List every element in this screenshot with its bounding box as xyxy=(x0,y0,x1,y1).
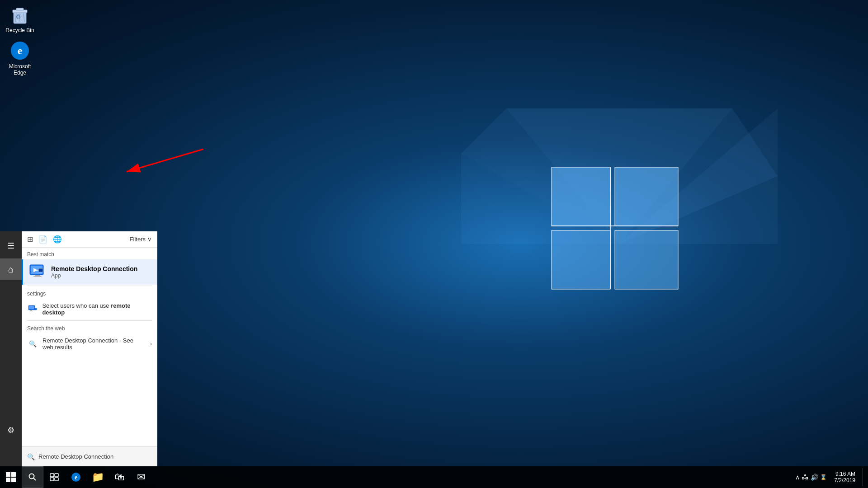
svg-rect-30 xyxy=(34,308,37,310)
taskbar-store-icon[interactable]: 🛍 xyxy=(108,466,130,488)
edge-label: Microsoft Edge xyxy=(4,63,36,76)
filters-button[interactable]: Filters ∨ xyxy=(130,236,152,243)
sidebar-hamburger[interactable]: ☰ xyxy=(0,235,22,257)
taskbar-search-button[interactable] xyxy=(22,466,43,488)
windows-logo xyxy=(461,108,778,380)
svg-rect-34 xyxy=(11,472,16,477)
svg-rect-42 xyxy=(55,478,58,481)
desktop: ♻ Recycle Bin e Microsoft Edge ☰ ⌂ ⚙ ⊞ 📄… xyxy=(0,0,868,488)
clock-time: 9:16 AM xyxy=(835,471,855,477)
svg-line-38 xyxy=(33,478,36,480)
svg-rect-33 xyxy=(6,472,10,477)
rdc-app-icon: ▶◀ xyxy=(28,263,47,281)
svg-rect-23 xyxy=(33,276,42,277)
taskbar-task-view[interactable] xyxy=(43,466,65,488)
taskbar: e 📁 🛍 ✉ ∧ 🖧 🔊 ⌛ 9:16 AM xyxy=(0,466,868,488)
svg-point-37 xyxy=(29,474,34,479)
best-match-text: Remote Desktop Connection App xyxy=(51,265,137,279)
svg-rect-41 xyxy=(50,478,54,481)
recycle-bin-icon[interactable]: ♻ Recycle Bin xyxy=(2,2,38,35)
search-panel-top: ⊞ 📄 🌐 Filters ∨ xyxy=(22,231,157,248)
svg-rect-27 xyxy=(29,306,34,309)
search-input-bar: 🔍 xyxy=(22,446,157,466)
taskbar-clock[interactable]: 9:16 AM 7/2/2019 xyxy=(830,471,859,483)
top-icon-apps[interactable]: ⊞ xyxy=(27,235,33,244)
svg-rect-22 xyxy=(35,275,40,276)
best-match-header: Best match xyxy=(22,248,157,259)
top-icon-docs[interactable]: 📄 xyxy=(38,235,47,244)
top-icon-web[interactable]: 🌐 xyxy=(53,235,62,244)
taskbar-mail-icon[interactable]: ✉ xyxy=(130,466,152,488)
settings-item-text: Select users who can use remote desktop xyxy=(42,302,152,316)
clock-date: 7/2/2019 xyxy=(834,477,855,483)
taskbar-right: ∧ 🖧 🔊 ⌛ 9:16 AM 7/2/2019 xyxy=(795,468,868,486)
best-match-subtitle: App xyxy=(51,272,137,279)
web-header: Search the web xyxy=(22,322,157,333)
svg-rect-40 xyxy=(55,474,58,477)
web-search-icon: 🔍 xyxy=(27,338,38,349)
tray-network[interactable]: 🖧 xyxy=(802,473,809,481)
svg-rect-28 xyxy=(30,310,32,311)
best-match-title: Remote Desktop Connection xyxy=(51,265,137,272)
system-tray: ∧ 🖧 🔊 ⌛ xyxy=(795,473,827,481)
web-search-text: Remote Desktop Connection - See web resu… xyxy=(42,337,146,351)
show-desktop-button[interactable] xyxy=(863,468,864,486)
svg-rect-5 xyxy=(552,167,610,226)
settings-item-icon xyxy=(27,304,38,314)
tray-battery: ⌛ xyxy=(820,474,827,480)
tray-arrow[interactable]: ∧ xyxy=(795,474,800,481)
search-input[interactable] xyxy=(38,453,152,460)
start-button[interactable] xyxy=(0,466,22,488)
svg-text:e: e xyxy=(18,45,23,56)
web-chevron-icon: › xyxy=(150,341,152,347)
taskbar-explorer-icon[interactable]: 📁 xyxy=(87,466,108,488)
svg-line-32 xyxy=(127,149,203,172)
filters-chevron: ∨ xyxy=(147,236,152,243)
best-match-item[interactable]: ▶◀ Remote Desktop Connection App xyxy=(22,259,157,285)
svg-rect-36 xyxy=(11,478,16,482)
recycle-bin-label: Recycle Bin xyxy=(5,27,34,33)
search-bar-icon: 🔍 xyxy=(27,453,35,460)
svg-rect-25 xyxy=(38,268,43,272)
web-search-item[interactable]: 🔍 Remote Desktop Connection - See web re… xyxy=(22,333,157,354)
divider-1 xyxy=(27,286,152,286)
edge-image: e xyxy=(9,40,31,61)
filters-label: Filters xyxy=(130,236,146,243)
settings-header: settings xyxy=(22,287,157,299)
start-sidebar: ☰ ⌂ ⚙ xyxy=(0,231,22,466)
svg-rect-35 xyxy=(6,478,10,482)
taskbar-edge-icon[interactable]: e xyxy=(65,466,87,488)
sidebar-settings[interactable]: ⚙ xyxy=(0,419,22,441)
divider-2 xyxy=(27,320,152,321)
svg-text:♻: ♻ xyxy=(15,13,21,20)
search-panel: ⊞ 📄 🌐 Filters ∨ Best match xyxy=(22,231,157,466)
svg-rect-39 xyxy=(50,474,54,477)
svg-text:e: e xyxy=(75,474,77,481)
svg-rect-7 xyxy=(552,230,610,289)
microsoft-edge-icon[interactable]: e Microsoft Edge xyxy=(2,38,38,78)
svg-rect-8 xyxy=(615,230,678,289)
recycle-bin-image: ♻ xyxy=(9,4,31,25)
sidebar-home[interactable]: ⌂ xyxy=(0,258,22,280)
settings-item[interactable]: Select users who can use remote desktop xyxy=(22,299,157,319)
svg-rect-13 xyxy=(16,8,24,10)
svg-rect-29 xyxy=(29,311,33,311)
svg-rect-6 xyxy=(615,167,678,226)
tray-volume[interactable]: 🔊 xyxy=(811,474,818,481)
